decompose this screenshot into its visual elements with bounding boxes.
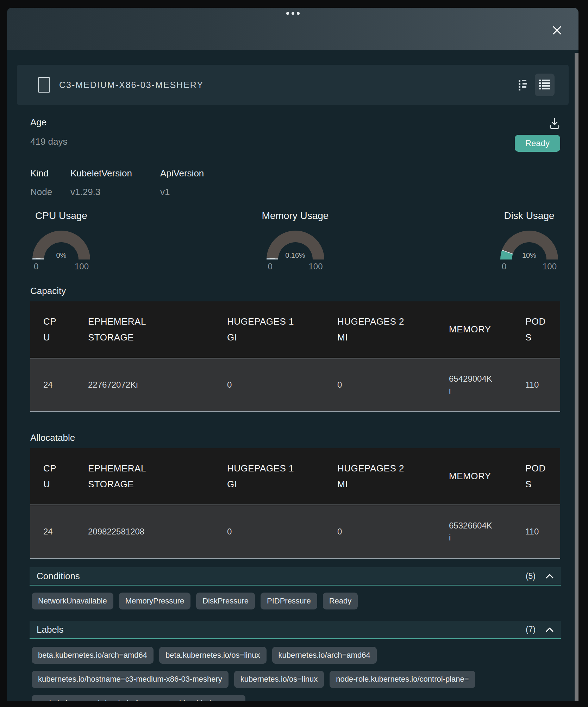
age-row: Age 419 days Ready [30, 117, 560, 152]
cell-hugepages-1gi: 0 [227, 526, 298, 538]
field-value: v1.29.3 [70, 187, 160, 198]
condition-chip[interactable]: Ready [323, 593, 358, 609]
chevron-up-icon[interactable] [545, 574, 554, 579]
column-header-cpu: CPU [43, 314, 60, 346]
download-icon[interactable] [549, 118, 560, 131]
gauge-max: 100 [75, 262, 89, 271]
list-view-icon[interactable] [535, 74, 555, 96]
condition-chip[interactable]: DiskPressure [196, 593, 255, 609]
column-header-hugepages-2mi: HUGEPAGES 2 MI [337, 461, 408, 493]
gauge-chart: 0.16% 0 100 [267, 231, 324, 271]
label-chip[interactable]: beta.kubernetes.io/os=linux [159, 647, 266, 664]
field-value: Node [30, 187, 70, 198]
gauge-max: 100 [308, 262, 323, 271]
age-label: Age [30, 117, 68, 128]
column-header-hugepages-1gi: HUGEPAGES 1 GI [227, 314, 298, 346]
gauge-min: 0 [34, 262, 38, 271]
drag-handle-icon[interactable] [286, 12, 300, 15]
labels-section-header[interactable]: Labels (7) [30, 621, 561, 639]
age-actions: Ready [515, 117, 560, 152]
node-details-modal: C3-MEDIUM-X86-03-MESHERY [7, 8, 578, 701]
cell-pods: 110 [525, 379, 548, 391]
node-checkbox[interactable] [38, 77, 50, 93]
gauge-title: Memory Usage [262, 210, 329, 221]
detail-content: Age 419 days Ready [24, 117, 562, 701]
field-label: ApiVersion [160, 168, 204, 179]
gauge-title: CPU Usage [35, 210, 87, 221]
allocatable-title: Allocatable [30, 432, 560, 443]
field-kind: Kind Node [30, 168, 70, 198]
cell-pods: 110 [525, 526, 548, 538]
capacity-table-header: CPU EPHEMERAL STORAGE HUGEPAGES 1 GI HUG… [30, 301, 560, 358]
column-header-ephemeral-storage: EPHEMERAL STORAGE [88, 461, 165, 493]
cell-ephemeral-storage: 227672072Ki [88, 379, 165, 391]
conditions-title: Conditions [37, 571, 80, 582]
age-value: 419 days [30, 136, 68, 147]
close-icon[interactable] [550, 24, 564, 37]
label-chip[interactable]: kubernetes.io/arch=amd64 [272, 647, 377, 664]
gauge-max: 100 [543, 262, 557, 271]
node-title-card: C3-MEDIUM-X86-03-MESHERY [17, 65, 569, 105]
cpu-usage-gauge: CPU Usage 0% 0 100 [32, 210, 90, 271]
age-block: Age 419 days [30, 117, 68, 152]
conditions-section-header[interactable]: Conditions (5) [30, 567, 561, 586]
field-label: Kind [30, 168, 70, 179]
gauge-axis: 0 100 [32, 259, 90, 271]
conditions-count: (5) [526, 571, 536, 581]
column-header-cpu: CPU [43, 461, 60, 493]
cell-cpu: 24 [43, 379, 60, 391]
capacity-table: CPU EPHEMERAL STORAGE HUGEPAGES 1 GI HUG… [30, 301, 560, 412]
label-chip[interactable]: kubernetes.io/hostname=c3-medium-x86-03-… [32, 671, 229, 688]
meta-fields: Kind Node KubeletVersion v1.29.3 ApiVers… [30, 168, 560, 198]
memory-usage-gauge: Memory Usage 0.16% 0 100 [262, 210, 329, 271]
node-title: C3-MEDIUM-X86-03-MESHERY [59, 80, 204, 90]
conditions-header-right: (5) [526, 571, 554, 581]
gauge-value: 0% [32, 251, 90, 259]
usage-gauges: CPU Usage 0% 0 100 Memory Usage [30, 210, 560, 271]
status-badge: Ready [515, 135, 560, 152]
capacity-title: Capacity [30, 286, 560, 296]
label-chip[interactable]: beta.kubernetes.io/arch=amd64 [32, 647, 154, 664]
tree-view-icon[interactable] [519, 79, 528, 90]
condition-chip[interactable]: MemoryPressure [119, 593, 190, 609]
field-api-version: ApiVersion v1 [160, 168, 204, 198]
condition-chip[interactable]: NetworkUnavailable [32, 593, 113, 609]
condition-chip[interactable]: PIDPressure [261, 593, 317, 609]
gauge-min: 0 [268, 262, 273, 271]
labels-header-right: (7) [526, 625, 554, 634]
label-chip[interactable]: node.kubernetes.io/exclude-from-external… [32, 695, 245, 701]
gauge-arc: 0% [32, 231, 90, 259]
chevron-up-icon[interactable] [545, 627, 554, 632]
allocatable-table: CPU EPHEMERAL STORAGE HUGEPAGES 1 GI HUG… [30, 448, 560, 559]
column-header-hugepages-2mi: HUGEPAGES 2 MI [337, 314, 408, 346]
view-toggle-group [519, 74, 555, 96]
column-header-hugepages-1gi: HUGEPAGES 1 GI [227, 461, 298, 493]
allocatable-table-row: 24 209822581208 0 0 65326604Ki 110 [30, 505, 560, 559]
scrollbar[interactable] [575, 53, 578, 701]
cell-hugepages-1gi: 0 [227, 379, 298, 391]
labels-count: (7) [526, 625, 536, 634]
allocatable-table-header: CPU EPHEMERAL STORAGE HUGEPAGES 1 GI HUG… [30, 448, 560, 505]
cell-cpu: 24 [43, 526, 60, 538]
field-label: KubeletVersion [70, 168, 160, 179]
gauge-chart: 0% 0 100 [32, 231, 90, 271]
gauge-arc: 0.16% [267, 231, 324, 259]
column-header-ephemeral-storage: EPHEMERAL STORAGE [88, 314, 165, 346]
cell-memory: 65429004Ki [449, 373, 493, 396]
labels-chip-list: beta.kubernetes.io/arch=amd64beta.kubern… [32, 647, 561, 701]
gauge-chart: 10% 0 100 [500, 231, 558, 271]
cell-hugepages-2mi: 0 [337, 526, 408, 538]
disk-usage-gauge: Disk Usage 10% 0 100 [500, 210, 558, 271]
gauge-value: 10% [500, 251, 558, 259]
column-header-memory: MEMORY [449, 321, 493, 338]
field-kubelet-version: KubeletVersion v1.29.3 [70, 168, 160, 198]
label-chip[interactable]: kubernetes.io/os=linux [234, 671, 324, 688]
cell-hugepages-2mi: 0 [337, 379, 408, 391]
label-chip[interactable]: node-role.kubernetes.io/control-plane= [330, 671, 475, 688]
conditions-chip-list: NetworkUnavailableMemoryPressureDiskPres… [32, 593, 561, 609]
modal-body: C3-MEDIUM-X86-03-MESHERY [7, 50, 578, 701]
cell-ephemeral-storage: 209822581208 [88, 526, 165, 538]
gauge-arc: 10% [500, 231, 558, 259]
gauge-min: 0 [502, 262, 506, 271]
field-value: v1 [160, 187, 204, 198]
